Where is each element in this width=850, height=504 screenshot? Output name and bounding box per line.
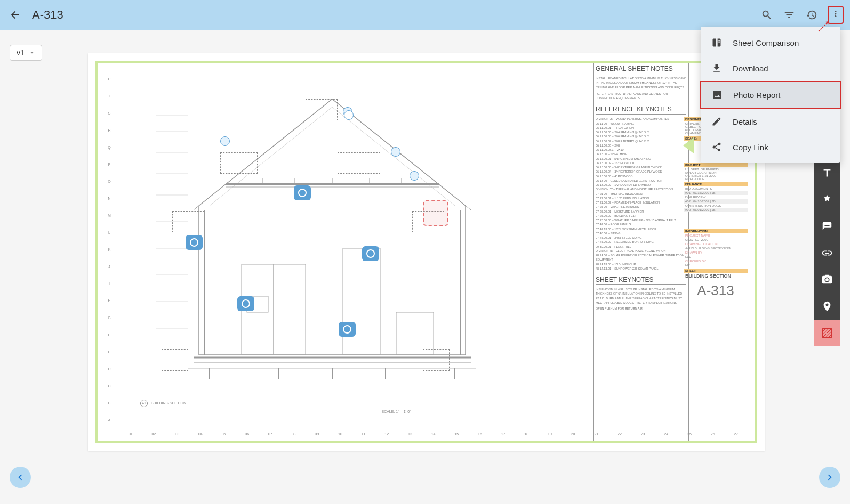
ruler-tick: Q	[105, 139, 114, 156]
building-section-drawing	[156, 88, 508, 387]
download-icon	[711, 63, 722, 74]
menu-photo-report[interactable]: Photo Report	[700, 81, 841, 109]
more-button[interactable]	[828, 6, 844, 24]
tool-location[interactable]	[814, 293, 840, 320]
filter-button[interactable]	[783, 9, 796, 21]
back-button[interactable]	[9, 9, 21, 21]
ruler-tick: 16	[468, 432, 492, 436]
tool-hatch[interactable]	[814, 320, 840, 346]
ruler-tick: F	[105, 326, 114, 343]
sheet-viewer[interactable]: UTSRQPONMLKJIHGFEDCBA	[88, 53, 765, 451]
version-selector[interactable]: v1	[10, 45, 42, 61]
ruler-tick: B	[105, 394, 114, 411]
menu-label: Download	[733, 64, 768, 73]
keynote-line: 06.11.00.01 – TREATED 4X4	[596, 126, 686, 130]
tool-shapes[interactable]	[814, 186, 840, 213]
ruler-tick: 27	[724, 432, 748, 436]
ruler-tick: E	[105, 343, 114, 360]
ruler-tick: 05	[212, 432, 236, 436]
ruler-tick: 24	[654, 432, 678, 436]
detail-callout-box	[172, 211, 204, 232]
ruler-tick: K	[105, 241, 114, 258]
tb-drawn-by-label: DRAWN BY	[684, 250, 748, 255]
camera-marker[interactable]	[362, 246, 379, 261]
tb-drawn-by: LEE	[684, 255, 748, 259]
tb-bid-docs: BID DOCUMENTS	[684, 186, 748, 191]
chevron-left-icon	[14, 472, 26, 483]
keynote-line: 06 11 00 – WOOD FRAMING	[596, 121, 686, 126]
ruler-tick: 18	[515, 432, 538, 436]
edit-icon	[711, 116, 722, 127]
detail-callout-box	[338, 152, 380, 174]
ruler-tick: 03	[165, 432, 189, 436]
keynote-line: 07 46 00 – SIDING	[596, 231, 686, 235]
keynote-line: 06.11.00.06 – 2X6 FRAMING @ 24" O.C.	[596, 134, 686, 139]
camera-marker[interactable]	[339, 322, 356, 337]
markup-toolbar	[814, 160, 840, 346]
keynote-line: 06.11.00.08.1 – 2X10	[596, 148, 686, 152]
menu-sheet-comparison[interactable]: Sheet Comparison	[701, 30, 840, 55]
section-label: A1 BUILDING SECTION	[140, 400, 186, 407]
tb-checked-by: MT	[684, 263, 748, 267]
camera-marker[interactable]	[186, 235, 203, 250]
keynotes-list: DIVISION 06 – WOOD, PLASTICS, AND COMPOS…	[596, 117, 686, 271]
detail-callout-box	[162, 349, 188, 371]
next-sheet-button[interactable]	[819, 467, 840, 488]
camera-marker[interactable]	[237, 296, 254, 311]
ruler-tick: J	[105, 258, 114, 275]
keynote-line: 07.21.00.02 – FOAMED-IN-PLACE INSULATION	[596, 200, 686, 205]
menu-copy-link[interactable]: Copy Link	[701, 134, 840, 160]
ruler-tick: 14	[422, 432, 445, 436]
app-header: A-313	[0, 0, 850, 30]
reference-keynotes-header: REFERENCE KEYNOTES	[596, 105, 686, 115]
tb-drawing-loc: A-313 BUILDING SECTIONING	[684, 246, 748, 250]
prev-sheet-button[interactable]	[10, 467, 31, 488]
tool-link[interactable]	[814, 240, 840, 266]
keynote-line: 07.26.00.01 – MOISTURE BARRIER	[596, 209, 686, 214]
ruler-tick: 15	[445, 432, 468, 436]
general-notes-header: GENERAL SHEET NOTES	[596, 65, 686, 74]
tb-checked-by-label: CHECKED BY	[684, 259, 748, 263]
ruler-tick: 19	[538, 432, 562, 436]
ruler-tick: 26	[701, 432, 725, 436]
ruler-tick: 09	[305, 432, 328, 436]
menu-download[interactable]: Download	[701, 55, 840, 81]
keynote-line: 07.26.00.03 – WEATHER BARRIER – NO 15 AS…	[596, 218, 686, 222]
tool-note[interactable]	[814, 213, 840, 240]
menu-details[interactable]: Details	[701, 109, 840, 134]
tb-project-label: PROJECT:	[684, 163, 748, 167]
keynote-line: 06.11.00.05 – 2X4 FRAMING @ 24" O.C.	[596, 130, 686, 134]
vertical-ruler: UTSRQPONMLKJIHGFEDCBA	[105, 70, 114, 428]
keynote-line: DIVISION 06 – WOOD, PLASTICS, AND COMPOS…	[596, 117, 686, 121]
filter-icon	[783, 9, 795, 21]
tb-project-name-label: PROJECT NAME	[684, 233, 748, 238]
keynote-callout	[220, 136, 230, 146]
search-button[interactable]	[760, 9, 773, 21]
history-button[interactable]	[805, 9, 818, 21]
tool-text[interactable]	[814, 160, 840, 186]
title-block: DESIGNER: UNIVERSITY OF ILLINOIS GABLE H…	[684, 116, 748, 434]
tb-doe-rev: #02 | 04/16/2009 | JB	[684, 199, 748, 204]
keynote-line: 06.16.00.01 – 5/8" GYPSUM SHEATHING	[596, 157, 686, 161]
ruler-tick: 23	[631, 432, 655, 436]
ruler-tick: 25	[678, 432, 701, 436]
scale-label: SCALE: 1" = 1'-0"	[381, 410, 411, 413]
ruler-tick: A	[105, 411, 114, 428]
tb-project-name: UIUC_SD_2009	[684, 238, 748, 242]
revision-marker	[683, 137, 694, 153]
link-icon	[821, 247, 833, 259]
keynote-line: 06.16.00.02 – 1/2" PLYWOOD	[596, 161, 686, 165]
markup-stamp[interactable]	[423, 200, 448, 226]
keynote-line: 07.46.00.01 – 24ga STEEL SIDING	[596, 235, 686, 240]
ruler-tick: N	[105, 190, 114, 207]
sheet-keynote: OPEN PLENUM FOR RETURN AIR	[596, 306, 686, 311]
ruler-tick: 17	[492, 432, 515, 436]
ruler-tick: H	[105, 292, 114, 309]
more-dropdown-menu: Sheet Comparison Download Photo Report D…	[701, 27, 840, 163]
detail-callout-box	[220, 152, 258, 174]
tool-camera[interactable]	[814, 266, 840, 293]
keynote-line: 07 41 00 – ROOF PANELS	[596, 222, 686, 226]
ruler-tick: I	[105, 275, 114, 292]
ruler-tick: 12	[375, 432, 398, 436]
camera-marker[interactable]	[294, 185, 311, 200]
